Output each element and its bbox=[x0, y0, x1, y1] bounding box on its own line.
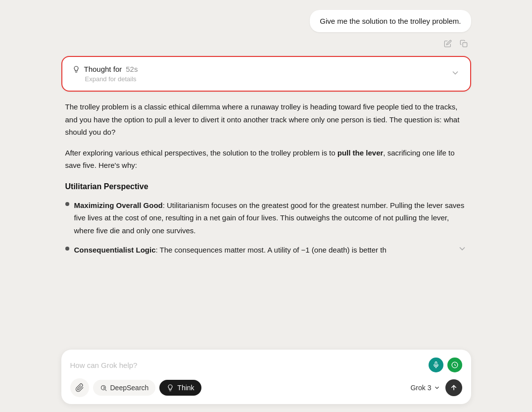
thought-label: Thought for bbox=[84, 65, 122, 73]
grammar-icon[interactable] bbox=[447, 358, 462, 372]
attach-button[interactable] bbox=[70, 378, 89, 397]
bullet-content-2: : The consequences matter most. A utilit… bbox=[156, 246, 387, 254]
bullet-dot-2 bbox=[65, 247, 69, 251]
toolbar-left: DeepSearch Think bbox=[70, 378, 201, 397]
thought-left: Thought for 52s Expand for details bbox=[72, 65, 138, 83]
chat-container: Give me the solution to the trolley prob… bbox=[53, 0, 479, 412]
thought-title-row: Thought for 52s bbox=[72, 65, 138, 73]
send-button[interactable] bbox=[445, 379, 462, 396]
bullet-label-1: Maximizing Overall Good bbox=[74, 201, 163, 209]
think-icon bbox=[166, 384, 174, 392]
section-title: Utilitarian Perspective bbox=[65, 180, 467, 193]
edit-icon[interactable] bbox=[442, 38, 453, 49]
user-message-row: Give me the solution to the trolley prob… bbox=[53, 10, 479, 32]
bullet-label-2: Consequentialist Logic bbox=[74, 246, 156, 254]
copy-icon[interactable] bbox=[458, 38, 469, 49]
user-message-text: Give me the solution to the trolley prob… bbox=[320, 17, 461, 25]
think-button[interactable]: Think bbox=[159, 380, 201, 396]
response-paragraph-2: After exploring various ethical perspect… bbox=[65, 147, 467, 172]
thought-duration: 52s bbox=[126, 65, 138, 73]
model-name: Grok 3 bbox=[410, 384, 431, 392]
bullet-text-2: Consequentialist Logic: The consequences… bbox=[74, 244, 387, 257]
user-bubble: Give me the solution to the trolley prob… bbox=[310, 10, 471, 32]
chevron-down-icon[interactable] bbox=[450, 68, 460, 80]
deepsearch-button[interactable]: DeepSearch bbox=[93, 380, 156, 396]
deepsearch-label: DeepSearch bbox=[110, 384, 149, 392]
toolbar-row: DeepSearch Think Grok 3 bbox=[70, 378, 462, 397]
toolbar-right: Grok 3 bbox=[410, 379, 462, 396]
expand-text: Expand for details bbox=[72, 75, 138, 83]
svg-point-3 bbox=[101, 385, 105, 390]
think-label: Think bbox=[177, 384, 194, 392]
model-chevron-icon bbox=[434, 384, 440, 391]
input-area: How can Grok help? bbox=[61, 350, 471, 404]
action-icons-row bbox=[53, 38, 479, 49]
response-p2-bold: pull the lever bbox=[338, 149, 384, 157]
input-placeholder-text[interactable]: How can Grok help? bbox=[70, 361, 429, 369]
list-item: Maximizing Overall Good: Utilitarianism … bbox=[65, 199, 467, 237]
input-icons bbox=[429, 358, 462, 372]
bullet-list: Maximizing Overall Good: Utilitarianism … bbox=[65, 199, 467, 258]
response-content: The trolley problem is a classic ethical… bbox=[53, 101, 479, 264]
model-selector[interactable]: Grok 3 bbox=[410, 384, 440, 392]
voice-icon[interactable] bbox=[429, 358, 443, 372]
lightbulb-icon bbox=[72, 65, 80, 73]
list-item: Consequentialist Logic: The consequences… bbox=[65, 244, 467, 258]
response-p2-pre: After exploring various ethical perspect… bbox=[65, 149, 338, 157]
thought-box[interactable]: Thought for 52s Expand for details bbox=[61, 56, 471, 92]
bullet-dot bbox=[65, 202, 69, 206]
deepsearch-icon bbox=[100, 384, 107, 392]
bullet-text: Maximizing Overall Good: Utilitarianism … bbox=[74, 199, 467, 237]
scroll-chevron[interactable] bbox=[457, 244, 467, 258]
input-field-row: How can Grok help? bbox=[70, 358, 462, 372]
svg-rect-0 bbox=[463, 43, 467, 47]
response-paragraph-1: The trolley problem is a classic ethical… bbox=[65, 101, 467, 139]
